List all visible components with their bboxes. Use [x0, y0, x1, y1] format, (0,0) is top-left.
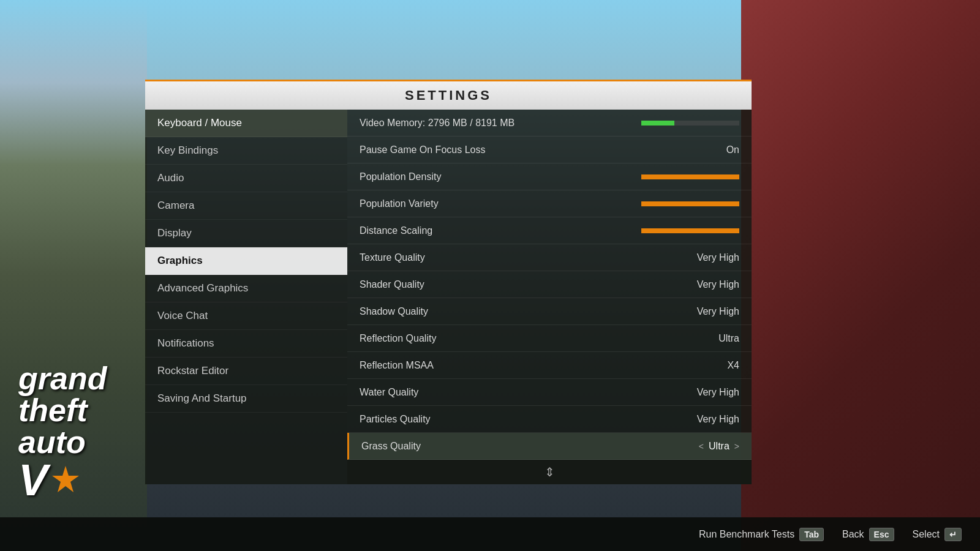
- distance-scaling-bar-fill: [641, 228, 739, 233]
- back-action[interactable]: Back Esc: [842, 528, 894, 541]
- logo-star-icon: [50, 465, 81, 495]
- pause-focus-label: Pause Game On Focus Loss: [360, 144, 485, 156]
- sidebar-item-graphics[interactable]: Graphics: [145, 247, 347, 275]
- setting-row-pause-focus[interactable]: Pause Game On Focus Loss On: [347, 137, 752, 163]
- texture-quality-value: Very High: [697, 252, 739, 263]
- video-memory-bar-fill: [641, 121, 674, 126]
- benchmark-key-badge: Tab: [799, 528, 824, 541]
- select-key-badge: ↵: [944, 528, 962, 541]
- video-memory-bar: [641, 121, 739, 126]
- setting-row-population-variety[interactable]: Population Variety: [347, 190, 752, 217]
- sidebar-item-camera[interactable]: Camera: [145, 192, 347, 220]
- sidebar-item-audio[interactable]: Audio: [145, 165, 347, 192]
- scroll-indicator: ⇕: [347, 460, 752, 484]
- settings-content: Video Memory: 2796 MB / 8191 MB Pause Ga…: [347, 110, 752, 484]
- select-label: Select: [913, 529, 940, 540]
- setting-row-reflection-msaa[interactable]: Reflection MSAA X4: [347, 352, 752, 379]
- distance-scaling-label: Distance Scaling: [360, 225, 432, 236]
- pause-focus-value: On: [726, 144, 739, 156]
- sidebar-item-rockstar-editor[interactable]: Rockstar Editor: [145, 358, 347, 385]
- nav-menu: Keyboard / Mouse Key Bindings Audio Came…: [145, 110, 347, 484]
- setting-row-shader-quality[interactable]: Shader Quality Very High: [347, 271, 752, 298]
- scroll-arrows-icon: ⇕: [545, 465, 555, 479]
- benchmark-label: Run Benchmark Tests: [699, 529, 794, 540]
- setting-row-water-quality[interactable]: Water Quality Very High: [347, 379, 752, 406]
- reflection-quality-label: Reflection Quality: [360, 333, 436, 344]
- population-density-bar-fill: [641, 174, 739, 179]
- reflection-quality-value: Ultra: [718, 333, 739, 344]
- setting-row-video-memory[interactable]: Video Memory: 2796 MB / 8191 MB: [347, 110, 752, 137]
- setting-row-texture-quality[interactable]: Texture Quality Very High: [347, 244, 752, 271]
- bg-right: [741, 0, 980, 551]
- setting-row-population-density[interactable]: Population Density: [347, 163, 752, 190]
- distance-scaling-bar: [641, 228, 739, 233]
- sidebar-item-saving-startup[interactable]: Saving And Startup: [145, 385, 347, 413]
- texture-quality-label: Texture Quality: [360, 252, 425, 263]
- shader-quality-value: Very High: [697, 279, 739, 290]
- select-action[interactable]: Select ↵: [913, 528, 962, 541]
- population-variety-bar-fill: [641, 201, 739, 206]
- back-key-badge: Esc: [869, 528, 894, 541]
- population-variety-label: Population Variety: [360, 198, 439, 209]
- grass-quality-arrow-left[interactable]: <: [699, 441, 704, 451]
- video-memory-label: Video Memory: 2796 MB / 8191 MB: [360, 118, 514, 129]
- settings-body: Keyboard / Mouse Key Bindings Audio Came…: [145, 110, 752, 484]
- benchmark-action[interactable]: Run Benchmark Tests Tab: [699, 528, 824, 541]
- settings-panel: SETTINGS Keyboard / Mouse Key Bindings A…: [145, 80, 752, 484]
- shadow-quality-value: Very High: [697, 306, 739, 317]
- sidebar-item-keyboard-mouse[interactable]: Keyboard / Mouse: [145, 110, 347, 137]
- reflection-msaa-label: Reflection MSAA: [360, 360, 434, 371]
- setting-row-particles-quality[interactable]: Particles Quality Very High: [347, 406, 752, 433]
- sidebar-item-display[interactable]: Display: [145, 220, 347, 247]
- settings-title: SETTINGS: [405, 88, 492, 103]
- particles-quality-label: Particles Quality: [360, 414, 431, 425]
- gta-logo: grand theft auto V: [18, 362, 107, 502]
- bottom-bar: Run Benchmark Tests Tab Back Esc Select …: [0, 517, 980, 551]
- population-variety-bar: [641, 201, 739, 206]
- setting-row-reflection-quality[interactable]: Reflection Quality Ultra: [347, 325, 752, 352]
- sidebar-item-voice-chat[interactable]: Voice Chat: [145, 302, 347, 330]
- logo-v: V: [18, 458, 48, 502]
- shader-quality-label: Shader Quality: [360, 279, 424, 290]
- shadow-quality-label: Shadow Quality: [360, 306, 428, 317]
- sidebar-item-notifications[interactable]: Notifications: [145, 330, 347, 358]
- orange-accent: [145, 80, 752, 81]
- grass-quality-label: Grass Quality: [361, 441, 421, 452]
- water-quality-value: Very High: [697, 387, 739, 398]
- particles-quality-value: Very High: [697, 414, 739, 425]
- population-density-label: Population Density: [360, 171, 441, 182]
- setting-row-grass-quality[interactable]: Grass Quality < Ultra >: [347, 433, 752, 460]
- back-label: Back: [842, 529, 864, 540]
- setting-row-distance-scaling[interactable]: Distance Scaling: [347, 217, 752, 244]
- sidebar-item-advanced-graphics[interactable]: Advanced Graphics: [145, 275, 347, 302]
- settings-title-bar: SETTINGS: [145, 80, 752, 110]
- sidebar-item-key-bindings[interactable]: Key Bindings: [145, 137, 347, 165]
- reflection-msaa-value: X4: [727, 360, 739, 371]
- grass-quality-value: < Ultra >: [699, 441, 739, 452]
- setting-row-shadow-quality[interactable]: Shadow Quality Very High: [347, 298, 752, 325]
- grass-quality-arrow-right[interactable]: >: [734, 441, 739, 451]
- grass-quality-value-text: Ultra: [709, 441, 729, 452]
- population-density-bar: [641, 174, 739, 179]
- water-quality-label: Water Quality: [360, 387, 418, 398]
- svg-marker-0: [52, 466, 79, 492]
